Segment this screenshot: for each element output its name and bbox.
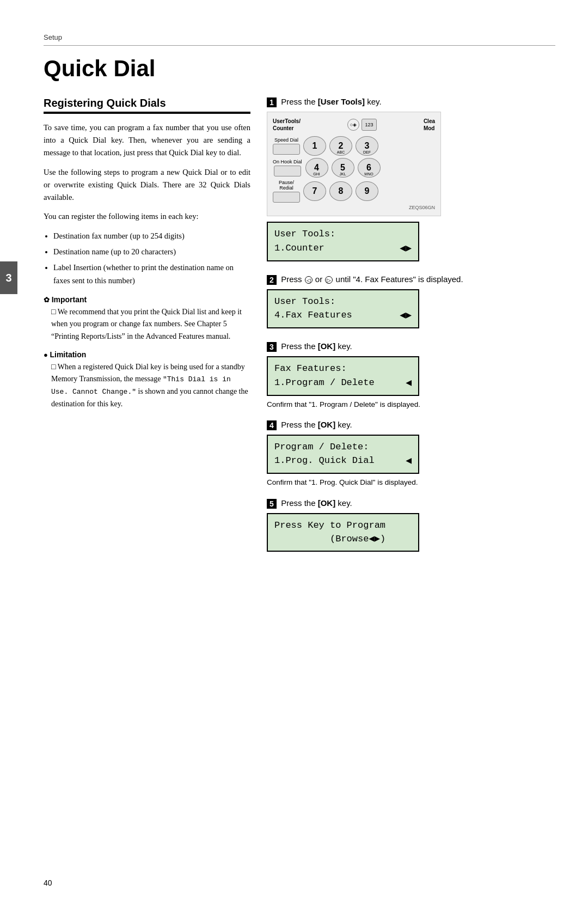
keypad-top-left-label: UserTools/Counter [273, 118, 301, 132]
intro-paragraph-3: You can register the following items in … [44, 210, 250, 223]
key-9: 9 [356, 181, 378, 201]
keypad-row-1: Speed Dial 1 2ABC 3DEF [273, 136, 435, 156]
step-1: 1 Press the [User Tools] key. UserTools/… [267, 97, 555, 265]
pause-redial-label: Pause/Redial [279, 180, 294, 191]
on-hook-dial-area: On Hook Dial [273, 159, 302, 176]
step-3-instruction: Press the [OK] key. [281, 341, 352, 351]
step-3: 3 Press the [OK] key. Fax Features:1.Pro… [267, 341, 555, 410]
speed-dial-area: Speed Dial [273, 137, 300, 155]
features-list: Destination fax number (up to 254 digits… [53, 229, 250, 288]
speed-dial-button [273, 144, 300, 155]
keypad-top-row: UserTools/Counter ○◈ 123 CleaMod [273, 118, 435, 132]
right-column: 1 Press the [User Tools] key. UserTools/… [267, 97, 555, 565]
key-1: 1 [303, 136, 326, 156]
step-1-instruction: Press the [User Tools] key. [281, 97, 382, 106]
section-heading: Registering Quick Dials [44, 97, 250, 114]
step-4-number: 4 [267, 420, 277, 430]
breadcrumb: Setup [44, 33, 62, 41]
page-title: Quick Dial [44, 56, 555, 82]
step-2-number: 2 [267, 275, 277, 285]
list-item: Label Insertion (whether to print the de… [53, 261, 250, 288]
step-4-confirm: Confirm that "1. Prog. Quick Dial" is di… [267, 477, 555, 488]
key-4: 4GHI [305, 158, 328, 178]
step-2: 2 Press ◁ or ▷ until "4. Fax Features" i… [267, 274, 555, 332]
step-5-header: 5 Press the [OK] key. [267, 498, 555, 509]
key-8: 8 [329, 181, 352, 201]
left-column: Registering Quick Dials To save time, yo… [44, 97, 250, 565]
step-5-instruction: Press the [OK] key. [281, 498, 352, 508]
chapter-number: 3 [5, 272, 11, 284]
important-label: Important [44, 295, 250, 304]
limitation-note: When a registered Quick Dial key is bein… [51, 361, 250, 410]
important-box: Important We recommend that you print th… [44, 295, 250, 343]
keypad-circle-icon: ○◈ [347, 119, 359, 131]
limitation-box: Limitation When a registered Quick Dial … [44, 350, 250, 410]
keypad-row-3: Pause/Redial 7 8 9 [273, 180, 435, 203]
step-3-header: 3 Press the [OK] key. [267, 341, 555, 352]
list-item: Destination name (up to 20 characters) [53, 245, 250, 259]
lcd-display-3: Fax Features:1.Program / Delete ◀ [267, 356, 419, 396]
key-2: 2ABC [329, 136, 352, 156]
keypad-image: UserTools/Counter ○◈ 123 CleaMod Speed D… [267, 112, 441, 216]
keypad-top-right-label: CleaMod [424, 118, 435, 132]
step-4: 4 Press the [OK] key. Program / Delete:1… [267, 420, 555, 489]
step-2-instruction: Press ◁ or ▷ until "4. Fax Features" is … [281, 274, 463, 284]
key-7: 7 [303, 181, 326, 201]
page-number: 40 [44, 879, 52, 887]
keypad-123-key: 123 [362, 119, 377, 131]
intro-paragraph-2: Use the following steps to program a new… [44, 166, 250, 204]
main-content: Registering Quick Dials To save time, yo… [44, 97, 555, 565]
keypad-footer: ZEQS06GN [273, 205, 435, 210]
lcd-display-5: Press Key to Program (Browse◀▶) [267, 513, 419, 552]
step-3-number: 3 [267, 342, 277, 352]
step-5-number: 5 [267, 499, 277, 509]
keypad-icon-area: ○◈ 123 [347, 119, 377, 131]
speed-dial-label: Speed Dial [274, 137, 298, 143]
pause-redial-area: Pause/Redial [273, 180, 300, 203]
key-6: 6MNO [358, 158, 381, 178]
step-4-instruction: Press the [OK] key. [281, 420, 352, 429]
key-5: 5JKL [332, 158, 354, 178]
step-5: 5 Press the [OK] key. Press Key to Progr… [267, 498, 555, 555]
key-3: 3DEF [356, 136, 378, 156]
step-1-header: 1 Press the [User Tools] key. [267, 97, 555, 107]
lcd-display-4: Program / Delete:1.Prog. Quick Dial ◀ [267, 435, 419, 474]
breadcrumb-section: Setup [44, 33, 555, 46]
step-3-confirm: Confirm that "1. Program / Delete" is di… [267, 399, 555, 410]
keypad-row-2: On Hook Dial 4GHI 5JKL 6MNO [273, 158, 435, 178]
important-note: We recommend that you print the Quick Di… [51, 306, 250, 343]
step-1-number: 1 [267, 97, 277, 107]
limitation-label: Limitation [44, 350, 250, 359]
lcd-display-2: User Tools:4.Fax Features ◀▶ [267, 289, 419, 329]
pause-redial-button [273, 192, 300, 203]
step-2-header: 2 Press ◁ or ▷ until "4. Fax Features" i… [267, 274, 555, 285]
step-4-header: 4 Press the [OK] key. [267, 420, 555, 430]
on-hook-dial-button [274, 166, 301, 176]
chapter-tab: 3 [0, 261, 17, 294]
keypad-rows: Speed Dial 1 2ABC 3DEF [273, 136, 435, 203]
list-item: Destination fax number (up to 254 digits… [53, 229, 250, 243]
lcd-display-1: User Tools:1.Counter ◀▶ [267, 222, 419, 261]
on-hook-dial-label: On Hook Dial [273, 159, 302, 164]
intro-paragraph-1: To save time, you can program a fax numb… [44, 121, 250, 160]
